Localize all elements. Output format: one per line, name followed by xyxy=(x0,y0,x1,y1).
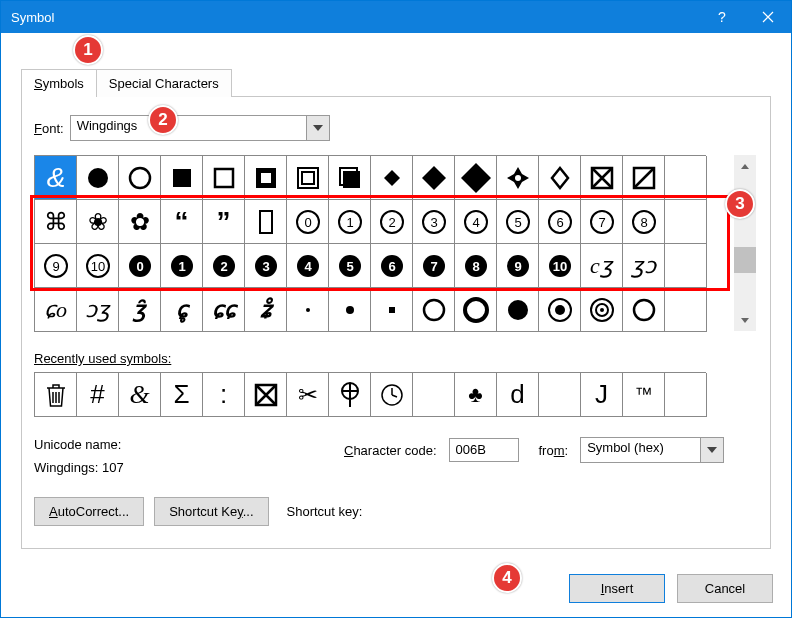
svg-rect-61 xyxy=(389,307,395,313)
symbol-cell[interactable] xyxy=(665,288,707,332)
scroll-thumb[interactable] xyxy=(734,247,756,273)
symbol-cell[interactable] xyxy=(413,156,455,200)
svg-rect-4 xyxy=(215,169,233,187)
from-label: from: xyxy=(539,443,569,458)
symbol-cell[interactable] xyxy=(539,288,581,332)
svg-point-60 xyxy=(346,306,354,314)
recent-cell[interactable] xyxy=(371,373,413,417)
font-label: Font: xyxy=(34,121,64,136)
charcode-label: Character code: xyxy=(344,443,437,458)
title-bar: Symbol ? xyxy=(1,1,791,33)
symbol-cell[interactable] xyxy=(497,288,539,332)
recent-cell[interactable] xyxy=(665,373,707,417)
symbol-cell[interactable] xyxy=(623,288,665,332)
symbol-cell[interactable] xyxy=(245,156,287,200)
recent-cell[interactable]: ✂ xyxy=(287,373,329,417)
tab-body: Font: Wingdings &⌘❀✿“”012345678910012345… xyxy=(21,96,771,549)
window-title: Symbol xyxy=(11,10,54,25)
svg-point-63 xyxy=(465,299,487,321)
recent-cell[interactable] xyxy=(35,373,77,417)
recent-cell[interactable]: # xyxy=(77,373,119,417)
scroll-up-icon[interactable] xyxy=(734,155,756,177)
svg-point-69 xyxy=(600,308,604,312)
unicode-name-label: Unicode name: xyxy=(34,437,314,452)
recent-cell[interactable]: J xyxy=(581,373,623,417)
symbol-cell[interactable]: ɕo xyxy=(35,288,77,332)
unicode-name-value: Wingdings: 107 xyxy=(34,460,314,475)
tab-bar: Symbols Special Characters xyxy=(21,69,771,97)
close-button[interactable] xyxy=(745,1,791,33)
from-combo[interactable]: Symbol (hex) xyxy=(580,437,724,463)
symbol-cell[interactable]: ʑ̊ xyxy=(245,288,287,332)
shortcut-key-label: Shortcut key: xyxy=(287,504,363,519)
help-button[interactable]: ? xyxy=(699,1,745,33)
symbol-grid-wrap: &⌘❀✿“”012345678910012345678910cʒʒɔɕoɔʒʒ̑… xyxy=(34,155,758,331)
symbol-cell[interactable]: ʒ̑ xyxy=(119,288,161,332)
symbol-cell[interactable] xyxy=(455,288,497,332)
from-value[interactable]: Symbol (hex) xyxy=(580,437,700,463)
recent-cell[interactable]: & xyxy=(119,373,161,417)
recent-cell[interactable] xyxy=(329,373,371,417)
dialog-footer: Insert Cancel xyxy=(569,574,773,603)
font-chevron-icon[interactable] xyxy=(306,115,330,141)
cancel-button[interactable]: Cancel xyxy=(677,574,773,603)
annotation-box-3 xyxy=(30,195,730,291)
symbol-cell[interactable] xyxy=(287,288,329,332)
svg-rect-8 xyxy=(302,172,314,184)
recent-cell[interactable]: : xyxy=(203,373,245,417)
font-combo[interactable]: Wingdings xyxy=(70,115,330,141)
symbol-cell[interactable] xyxy=(119,156,161,200)
svg-point-64 xyxy=(508,300,528,320)
from-chevron-icon[interactable] xyxy=(700,437,724,463)
svg-rect-6 xyxy=(261,173,271,183)
svg-point-1 xyxy=(88,168,108,188)
symbol-cell[interactable] xyxy=(371,288,413,332)
symbol-cell[interactable]: ɕɕ xyxy=(203,288,245,332)
font-value[interactable]: Wingdings xyxy=(70,115,306,141)
symbol-cell[interactable] xyxy=(287,156,329,200)
symbol-cell[interactable] xyxy=(455,156,497,200)
callout-3: 3 xyxy=(725,189,755,219)
symbol-cell[interactable] xyxy=(77,156,119,200)
recent-cell[interactable]: ♣ xyxy=(455,373,497,417)
callout-4: 4 xyxy=(492,563,522,593)
recent-cell[interactable]: d xyxy=(497,373,539,417)
symbol-cell[interactable] xyxy=(371,156,413,200)
scroll-down-icon[interactable] xyxy=(734,309,756,331)
symbol-cell[interactable]: & xyxy=(35,156,77,200)
symbol-cell[interactable] xyxy=(203,156,245,200)
svg-text:&: & xyxy=(46,163,65,193)
recent-cell[interactable] xyxy=(245,373,287,417)
symbol-cell[interactable] xyxy=(329,156,371,200)
symbol-cell[interactable] xyxy=(413,288,455,332)
autocorrect-button[interactable]: AutoCorrect... xyxy=(34,497,144,526)
svg-rect-3 xyxy=(173,169,191,187)
symbol-cell[interactable] xyxy=(623,156,665,200)
recent-cell[interactable] xyxy=(413,373,455,417)
symbol-cell[interactable] xyxy=(329,288,371,332)
shortcut-key-button[interactable]: Shortcut Key... xyxy=(154,497,268,526)
recent-cell[interactable]: ™ xyxy=(623,373,665,417)
svg-point-2 xyxy=(130,168,150,188)
callout-1: 1 xyxy=(73,35,103,65)
svg-point-62 xyxy=(424,300,444,320)
recent-cell[interactable] xyxy=(539,373,581,417)
symbol-cell[interactable] xyxy=(539,156,581,200)
recent-grid[interactable]: #&Σ:✂♣dJ™ xyxy=(34,372,706,417)
symbol-cell[interactable] xyxy=(581,288,623,332)
symbol-cell[interactable] xyxy=(665,156,707,200)
tab-symbols-hot: S xyxy=(34,76,43,91)
grid-scrollbar[interactable] xyxy=(734,155,756,331)
charcode-input[interactable]: 006B xyxy=(449,438,519,462)
symbol-cell[interactable] xyxy=(161,156,203,200)
symbol-cell[interactable] xyxy=(497,156,539,200)
symbol-cell[interactable]: ɔʒ xyxy=(77,288,119,332)
insert-button[interactable]: Insert xyxy=(569,574,665,603)
svg-point-11 xyxy=(515,175,521,181)
tab-special-characters[interactable]: Special Characters xyxy=(97,69,232,97)
recent-cell[interactable]: Σ xyxy=(161,373,203,417)
svg-point-66 xyxy=(555,305,565,315)
symbol-cell[interactable]: ɕ̥ xyxy=(161,288,203,332)
tab-symbols[interactable]: Symbols xyxy=(21,69,97,97)
symbol-cell[interactable] xyxy=(581,156,623,200)
